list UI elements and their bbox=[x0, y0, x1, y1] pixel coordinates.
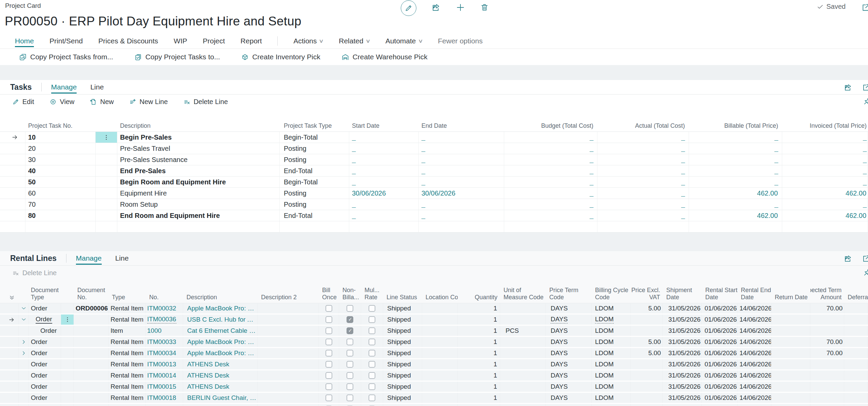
location-code-cell[interactable] bbox=[422, 326, 458, 336]
item-no-link[interactable]: ITM00015 bbox=[147, 383, 176, 390]
task-no-cell[interactable]: 40 bbox=[25, 165, 96, 176]
deferral-cell[interactable] bbox=[844, 404, 868, 406]
return-date-cell[interactable] bbox=[771, 370, 810, 381]
non-billable-checkbox[interactable] bbox=[347, 383, 353, 390]
description-link[interactable]: Apple MacBook Pro: M4Pr... bbox=[187, 305, 257, 312]
expected-term-amount-cell[interactable]: 70.00 bbox=[810, 348, 844, 358]
rental-share-icon[interactable] bbox=[844, 254, 852, 263]
menu-item-actions[interactable]: Actions∨ bbox=[293, 33, 323, 48]
row-expand-cell[interactable] bbox=[19, 382, 29, 392]
item-no-cell[interactable]: ITM00019 bbox=[146, 404, 183, 406]
action-copy-project-tasks-to[interactable]: Copy Project Tasks to... bbox=[134, 53, 220, 61]
document-type-cell[interactable]: Order bbox=[29, 303, 61, 313]
multiple-rate-cell[interactable] bbox=[361, 348, 383, 358]
bill-once-checkbox[interactable] bbox=[326, 372, 332, 379]
task-billable-cell[interactable]: _ bbox=[689, 154, 782, 165]
location-code-cell[interactable] bbox=[422, 382, 458, 392]
expected-term-amount-cell[interactable] bbox=[810, 393, 844, 403]
shipment-date-cell[interactable]: 31/05/2026 bbox=[663, 370, 702, 381]
shipment-date-cell[interactable]: 31/05/2026 bbox=[663, 337, 702, 347]
unit-price-cell[interactable] bbox=[631, 359, 663, 369]
task-start-cell[interactable]: _ bbox=[349, 132, 419, 143]
description-cell[interactable]: BERLIN Guest Chair, yellow bbox=[183, 404, 258, 406]
rental-column-header-quantity[interactable]: Quantity bbox=[458, 287, 500, 303]
document-no-cell[interactable] bbox=[74, 404, 108, 406]
task-start-cell[interactable]: 30/06/2026 bbox=[349, 188, 419, 199]
line-status-cell[interactable]: Shipped bbox=[383, 348, 422, 358]
price-term-code-cell[interactable]: DAYS bbox=[546, 382, 592, 392]
multiple-rate-checkbox[interactable] bbox=[369, 350, 375, 357]
document-no-cell[interactable] bbox=[74, 382, 108, 392]
row-menu-cell[interactable] bbox=[96, 199, 117, 210]
non-billable-checkbox[interactable] bbox=[347, 305, 353, 312]
price-term-code-cell[interactable]: DAYS bbox=[546, 326, 592, 336]
tasks-row[interactable]: 70Room SetupPosting______ bbox=[0, 199, 868, 210]
task-actual-cell[interactable]: _ bbox=[597, 143, 689, 154]
tasks-delete-line-button[interactable]: Delete Line bbox=[183, 98, 228, 106]
row-menu-cell[interactable] bbox=[96, 165, 117, 176]
row-menu-cell[interactable] bbox=[96, 210, 117, 221]
tasks-new-line-button[interactable]: New Line bbox=[129, 98, 167, 106]
unit-of-measure-cell[interactable] bbox=[500, 314, 546, 325]
task-end-cell[interactable]: _ bbox=[419, 154, 504, 165]
description-cell[interactable]: Apple MacBook Pro: M4Pr... bbox=[183, 337, 258, 347]
task-actual-cell[interactable]: _ bbox=[597, 199, 689, 210]
return-date-cell[interactable] bbox=[771, 337, 810, 347]
rental-start-date-cell[interactable]: 01/06/2026 bbox=[702, 359, 737, 369]
return-date-cell[interactable] bbox=[771, 303, 810, 313]
description-cell[interactable]: ATHENS Desk bbox=[183, 382, 258, 392]
non-billable-cell[interactable] bbox=[339, 370, 361, 381]
location-code-cell[interactable] bbox=[422, 314, 458, 325]
row-menu-cell[interactable] bbox=[96, 132, 117, 143]
non-billable-checkbox[interactable] bbox=[347, 327, 353, 334]
row-menu-cell[interactable] bbox=[61, 337, 74, 347]
rental-line-row[interactable]: OrderRental ItemITM00015ATHENS DeskShipp… bbox=[0, 382, 868, 393]
task-actual-cell[interactable]: _ bbox=[597, 210, 689, 221]
multiple-rate-checkbox[interactable] bbox=[369, 372, 375, 379]
deferral-cell[interactable] bbox=[844, 393, 868, 403]
rental-column-header-mul-rate[interactable]: Mul...Rate bbox=[361, 287, 383, 303]
row-selector-cell[interactable] bbox=[5, 370, 19, 381]
unit-of-measure-cell[interactable] bbox=[500, 303, 546, 313]
billing-cycle-code-cell[interactable]: LDOM bbox=[592, 314, 631, 325]
expected-term-amount-cell[interactable] bbox=[810, 314, 844, 325]
task-actual-cell[interactable]: _ bbox=[597, 177, 689, 187]
row-menu-cell[interactable] bbox=[61, 370, 74, 381]
price-term-code-cell[interactable]: DAYS bbox=[546, 303, 592, 313]
rental-end-date-cell[interactable]: 14/06/2026 bbox=[737, 382, 771, 392]
task-description-cell[interactable]: End Room and Equipment Hire bbox=[117, 210, 280, 221]
bill-once-cell[interactable] bbox=[319, 370, 339, 381]
row-expand-cell[interactable] bbox=[19, 370, 29, 381]
item-no-link[interactable]: ITM00032 bbox=[147, 305, 176, 312]
line-type-cell[interactable]: Item bbox=[108, 326, 146, 336]
tasks-column-header-budget-total-cost[interactable]: Budget (Total Cost) bbox=[504, 119, 597, 131]
quantity-cell[interactable]: 1 bbox=[458, 326, 500, 336]
task-actual-cell[interactable]: _ bbox=[597, 165, 689, 176]
row-expand-cell[interactable] bbox=[19, 314, 29, 325]
rental-column-header-description[interactable]: Description bbox=[183, 287, 258, 303]
multiple-rate-checkbox[interactable] bbox=[369, 361, 375, 368]
bill-once-cell[interactable] bbox=[319, 393, 339, 403]
rental-column-header-non-billa[interactable]: Non-Billa... bbox=[339, 287, 361, 303]
task-budget-cell[interactable]: _ bbox=[504, 165, 597, 176]
row-menu-cell[interactable] bbox=[61, 314, 74, 325]
multiple-rate-cell[interactable] bbox=[361, 404, 383, 406]
open-in-new-window-icon[interactable] bbox=[861, 3, 868, 12]
shipment-date-cell[interactable]: 31/05/2026 bbox=[663, 303, 702, 313]
bill-once-checkbox[interactable] bbox=[326, 305, 332, 312]
tasks-row[interactable]: 50Begin Room and Equipment HireBegin-Tot… bbox=[0, 177, 868, 188]
rental-start-date-cell[interactable]: 01/06/2026 bbox=[702, 404, 737, 406]
unit-price-cell[interactable] bbox=[631, 370, 663, 381]
tasks-popout-icon[interactable] bbox=[862, 83, 868, 92]
rental-end-date-cell[interactable]: 14/06/2026 bbox=[737, 359, 771, 369]
task-end-cell[interactable]: _ bbox=[419, 165, 504, 176]
non-billable-cell[interactable] bbox=[339, 303, 361, 313]
billing-cycle-code-cell[interactable]: LDOM bbox=[592, 404, 631, 406]
document-no-cell[interactable]: ORD00006 bbox=[74, 303, 108, 313]
tasks-column-header-end-date[interactable]: End Date bbox=[419, 119, 504, 131]
non-billable-checkbox[interactable] bbox=[347, 339, 353, 345]
description-cell[interactable]: ATHENS Desk bbox=[183, 370, 258, 381]
multiple-rate-cell[interactable] bbox=[361, 314, 383, 325]
description-link[interactable]: Apple MacBook Pro: M4Pr... bbox=[187, 349, 257, 357]
task-billable-cell[interactable]: _ bbox=[689, 143, 782, 154]
